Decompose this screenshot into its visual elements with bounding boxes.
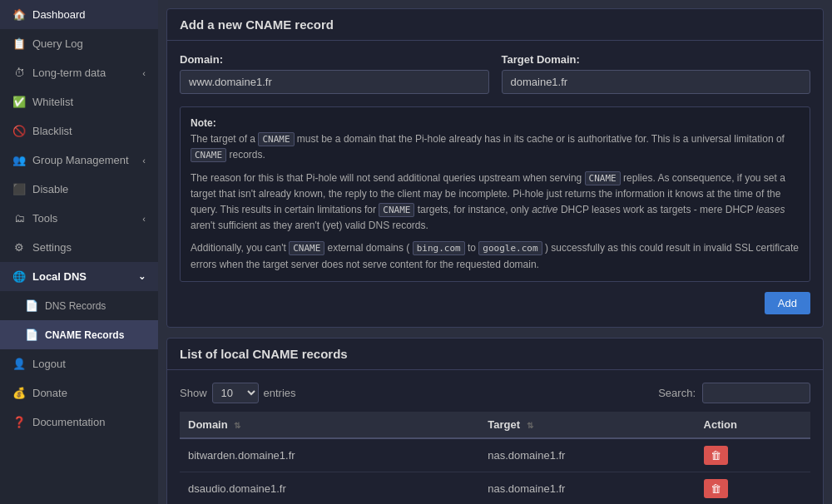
cname-table-card: List of local CNAME records Show 10 25 5… bbox=[166, 338, 824, 504]
sidebar-item-query-log[interactable]: 📋 Query Log bbox=[0, 29, 158, 58]
documentation-icon: ❓ bbox=[12, 416, 26, 428]
sort-icon-domain[interactable]: ⇅ bbox=[234, 421, 240, 430]
sidebar-item-disable[interactable]: ⬛ Disable bbox=[0, 175, 158, 204]
sidebar-item-whitelist[interactable]: ✅ Whitelist bbox=[0, 87, 158, 116]
sidebar-item-documentation[interactable]: ❓ Documentation bbox=[0, 408, 158, 437]
cname-table-title: List of local CNAME records bbox=[167, 338, 823, 370]
add-cname-title: Add a new CNAME record bbox=[167, 9, 823, 41]
blacklist-icon: 🚫 bbox=[12, 125, 26, 137]
show-label: Show bbox=[180, 387, 207, 399]
add-button[interactable]: Add bbox=[765, 292, 810, 314]
col-action: Action bbox=[696, 412, 810, 438]
table-row: dsaudio.domaine1.fr nas.domaine1.fr 🗑 bbox=[180, 472, 810, 504]
sidebar-item-local-dns[interactable]: 🌐 Local DNS ⌄ bbox=[0, 262, 158, 291]
sidebar-item-donate[interactable]: 💰 Donate bbox=[0, 378, 158, 408]
sidebar-item-group-management[interactable]: 👥 Group Management ‹ bbox=[0, 146, 158, 175]
search-label: Search: bbox=[658, 387, 696, 399]
group-icon: 👥 bbox=[12, 154, 26, 166]
add-cname-card: Add a new CNAME record Domain: Target Do… bbox=[166, 8, 824, 328]
delete-button[interactable]: 🗑 bbox=[704, 479, 728, 498]
entries-label: entries bbox=[264, 387, 296, 399]
search-input[interactable] bbox=[702, 383, 810, 403]
cell-domain: dsaudio.domaine1.fr bbox=[180, 472, 479, 504]
cell-action: 🗑 bbox=[696, 438, 810, 472]
domain-group: Domain: bbox=[180, 53, 489, 94]
query-log-icon: 📋 bbox=[12, 37, 26, 50]
chevron-right-icon: ‹ bbox=[142, 68, 146, 78]
whitelist-icon: ✅ bbox=[12, 96, 26, 108]
sidebar: 🏠 Dashboard 📋 Query Log ⏱ Long-term data… bbox=[0, 0, 158, 504]
sidebar-item-blacklist[interactable]: 🚫 Blacklist bbox=[0, 116, 158, 146]
form-row-fields: Domain: Target Domain: bbox=[180, 53, 810, 94]
dashboard-icon: 🏠 bbox=[12, 8, 26, 21]
tools-icon: 🗂 bbox=[12, 212, 26, 225]
table-row: bitwarden.domaine1.fr nas.domaine1.fr 🗑 bbox=[180, 438, 810, 472]
main-content: Add a new CNAME record Domain: Target Do… bbox=[158, 0, 832, 504]
table-header-row: Domain ⇅ Target ⇅ Action bbox=[180, 412, 810, 438]
sidebar-item-settings[interactable]: ⚙ Settings bbox=[0, 233, 158, 262]
sidebar-submenu-local-dns: 📄 DNS Records 📄 CNAME Records bbox=[0, 291, 158, 349]
target-input[interactable] bbox=[502, 70, 811, 94]
cell-action: 🗑 bbox=[696, 472, 810, 504]
add-cname-body: Domain: Target Domain: Note: The target … bbox=[167, 41, 823, 327]
cname-table: Domain ⇅ Target ⇅ Action bitwarden. bbox=[180, 412, 810, 504]
cname-table-body: Show 10 25 50 100 entries Search: Domain bbox=[167, 370, 823, 504]
table-controls: Show 10 25 50 100 entries Search: bbox=[180, 383, 810, 403]
domain-label: Domain: bbox=[180, 53, 489, 66]
sort-icon-target[interactable]: ⇅ bbox=[527, 421, 533, 430]
note-title: Note: bbox=[191, 117, 216, 129]
cell-target: nas.domaine1.fr bbox=[479, 438, 695, 472]
note-paragraph-3: Additionally, you can't CNAME external d… bbox=[191, 240, 800, 272]
table-head: Domain ⇅ Target ⇅ Action bbox=[180, 412, 810, 438]
target-label: Target Domain: bbox=[502, 53, 811, 66]
dns-records-icon: 📄 bbox=[25, 299, 38, 312]
cell-domain: bitwarden.domaine1.fr bbox=[180, 438, 479, 472]
col-target: Target ⇅ bbox=[479, 412, 695, 438]
chevron-down-icon: ⌄ bbox=[138, 271, 146, 282]
note-section: Note: The target of a CNAME must be a do… bbox=[180, 106, 810, 282]
disable-icon: ⬛ bbox=[12, 183, 26, 195]
donate-icon: 💰 bbox=[12, 387, 26, 399]
table-body: bitwarden.domaine1.fr nas.domaine1.fr 🗑 … bbox=[180, 438, 810, 504]
note-paragraph-2: The reason for this is that Pi-hole will… bbox=[191, 170, 800, 235]
target-group: Target Domain: bbox=[502, 53, 811, 94]
sidebar-item-long-term-data[interactable]: ⏱ Long-term data ‹ bbox=[0, 58, 158, 87]
settings-icon: ⚙ bbox=[12, 241, 26, 254]
chevron-right-icon-tools: ‹ bbox=[142, 214, 146, 224]
col-domain: Domain ⇅ bbox=[180, 412, 479, 438]
cname-records-icon: 📄 bbox=[25, 329, 38, 341]
sidebar-item-tools[interactable]: 🗂 Tools ‹ bbox=[0, 204, 158, 233]
sidebar-item-dns-records[interactable]: 📄 DNS Records bbox=[0, 291, 158, 320]
logout-icon: 👤 bbox=[12, 358, 26, 370]
sidebar-item-cname-records[interactable]: 📄 CNAME Records bbox=[0, 320, 158, 349]
cell-target: nas.domaine1.fr bbox=[479, 472, 695, 504]
long-term-icon: ⏱ bbox=[12, 67, 26, 79]
domain-input[interactable] bbox=[180, 70, 489, 94]
sidebar-item-dashboard[interactable]: 🏠 Dashboard bbox=[0, 0, 158, 29]
sidebar-item-logout[interactable]: 👤 Logout bbox=[0, 349, 158, 378]
chevron-right-icon-group: ‹ bbox=[142, 156, 146, 166]
note-paragraph-1: Note: The target of a CNAME must be a do… bbox=[191, 116, 800, 164]
local-dns-icon: 🌐 bbox=[12, 270, 26, 283]
show-entries-select[interactable]: 10 25 50 100 bbox=[212, 383, 259, 403]
delete-button[interactable]: 🗑 bbox=[704, 446, 728, 465]
